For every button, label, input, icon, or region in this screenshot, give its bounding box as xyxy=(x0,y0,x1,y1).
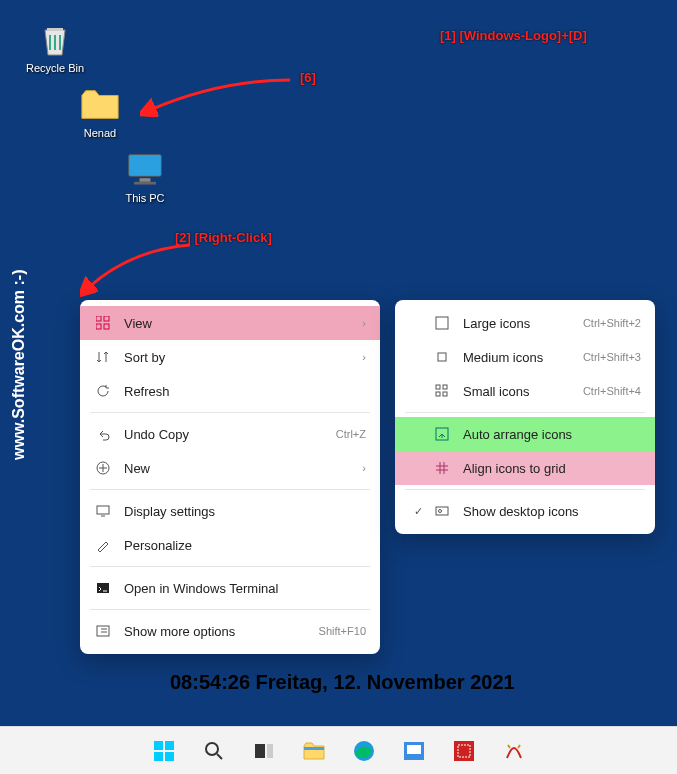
svg-rect-22 xyxy=(154,752,163,761)
ctx-item-personalize[interactable]: Personalize xyxy=(80,528,380,562)
taskbar-explorer-button[interactable] xyxy=(294,731,334,771)
desktop-clock: 08:54:26 Freitag, 12. November 2021 xyxy=(170,671,515,694)
svg-rect-2 xyxy=(134,182,156,185)
svg-rect-21 xyxy=(165,741,174,750)
desktop-icon-label: This PC xyxy=(125,192,164,204)
svg-rect-16 xyxy=(443,392,447,396)
svg-rect-15 xyxy=(436,392,440,396)
ctx-item-sort-by[interactable]: Sort by › xyxy=(80,340,380,374)
ctx-item-auto-arrange[interactable]: Auto arrange icons xyxy=(395,417,655,451)
chevron-right-icon: › xyxy=(362,351,366,363)
ctx-item-label: Large icons xyxy=(463,316,583,331)
svg-rect-4 xyxy=(104,316,109,321)
ctx-item-show-desktop-icons[interactable]: ✓ Show desktop icons xyxy=(395,494,655,528)
svg-rect-6 xyxy=(104,324,109,329)
recycle-bin-icon xyxy=(35,20,75,60)
svg-rect-3 xyxy=(96,316,101,321)
separator xyxy=(90,489,370,490)
sort-icon xyxy=(94,348,112,366)
svg-rect-26 xyxy=(267,744,273,758)
chevron-right-icon: › xyxy=(362,462,366,474)
ctx-item-shortcut: Ctrl+Shift+4 xyxy=(583,385,641,397)
align-grid-icon xyxy=(433,459,451,477)
ctx-item-undo-copy[interactable]: Undo Copy Ctrl+Z xyxy=(80,417,380,451)
ctx-item-shortcut: Shift+F10 xyxy=(319,625,366,637)
separator xyxy=(90,609,370,610)
desktop-icon-label: Recycle Bin xyxy=(26,62,84,74)
taskbar-edge-button[interactable] xyxy=(344,731,384,771)
svg-rect-25 xyxy=(255,744,265,758)
svg-rect-14 xyxy=(443,385,447,389)
desktop-icon-this-pc[interactable]: This PC xyxy=(110,150,180,204)
taskbar-app3-button[interactable] xyxy=(494,731,534,771)
desktop-icon-recycle-bin[interactable]: Recycle Bin xyxy=(20,20,90,74)
taskbar xyxy=(0,726,677,774)
svg-point-24 xyxy=(206,743,218,755)
display-icon xyxy=(94,502,112,520)
svg-rect-11 xyxy=(436,317,448,329)
ctx-item-refresh[interactable]: Refresh xyxy=(80,374,380,408)
ctx-item-display-settings[interactable]: Display settings xyxy=(80,494,380,528)
ctx-item-view[interactable]: View › xyxy=(80,306,380,340)
ctx-item-label: Open in Windows Terminal xyxy=(124,581,366,596)
separator xyxy=(90,412,370,413)
ctx-item-label: Show more options xyxy=(124,624,319,639)
chevron-right-icon: › xyxy=(362,317,366,329)
ctx-item-align-to-grid[interactable]: Align icons to grid xyxy=(395,451,655,485)
ctx-item-label: Undo Copy xyxy=(124,427,336,442)
ctx-item-more-options[interactable]: Show more options Shift+F10 xyxy=(80,614,380,648)
folder-icon xyxy=(80,85,120,125)
ctx-item-new[interactable]: New › xyxy=(80,451,380,485)
watermark-text: www.SoftwareOK.com :-) xyxy=(10,269,28,460)
svg-rect-23 xyxy=(165,752,174,761)
personalize-icon xyxy=(94,536,112,554)
svg-rect-30 xyxy=(407,745,421,754)
context-submenu-view: Large icons Ctrl+Shift+2 Medium icons Ct… xyxy=(395,300,655,534)
ctx-item-label: Sort by xyxy=(124,350,356,365)
taskbar-start-button[interactable] xyxy=(144,731,184,771)
this-pc-icon xyxy=(125,150,165,190)
taskbar-search-button[interactable] xyxy=(194,731,234,771)
arrow-6-icon xyxy=(140,70,300,130)
ctx-item-label: Auto arrange icons xyxy=(463,427,641,442)
svg-rect-27 xyxy=(304,747,324,750)
view-icon xyxy=(94,314,112,332)
large-icons-icon xyxy=(433,314,451,332)
ctx-item-shortcut: Ctrl+Shift+2 xyxy=(583,317,641,329)
new-icon xyxy=(94,459,112,477)
annotation-6: [6] xyxy=(300,70,316,85)
taskbar-taskview-button[interactable] xyxy=(244,731,284,771)
separator xyxy=(405,412,645,413)
svg-rect-20 xyxy=(154,741,163,750)
ctx-item-small-icons[interactable]: Small icons Ctrl+Shift+4 xyxy=(395,374,655,408)
desktop-icon-folder[interactable]: Nenad xyxy=(65,85,135,139)
svg-rect-5 xyxy=(96,324,101,329)
ctx-item-label: Show desktop icons xyxy=(463,504,641,519)
ctx-item-windows-terminal[interactable]: Open in Windows Terminal xyxy=(80,571,380,605)
context-menu: View › Sort by › Refresh Undo Copy Ctrl+… xyxy=(80,300,380,654)
taskbar-app1-button[interactable] xyxy=(394,731,434,771)
ctx-item-label: Refresh xyxy=(124,384,366,399)
svg-rect-10 xyxy=(97,626,109,636)
ctx-item-label: Medium icons xyxy=(463,350,583,365)
svg-rect-0 xyxy=(129,155,162,177)
ctx-item-large-icons[interactable]: Large icons Ctrl+Shift+2 xyxy=(395,306,655,340)
medium-icons-icon xyxy=(433,348,451,366)
ctx-item-label: Display settings xyxy=(124,504,366,519)
auto-arrange-icon xyxy=(433,425,451,443)
ctx-item-medium-icons[interactable]: Medium icons Ctrl+Shift+3 xyxy=(395,340,655,374)
svg-rect-8 xyxy=(97,506,109,514)
small-icons-icon xyxy=(433,382,451,400)
separator xyxy=(405,489,645,490)
annotation-1: [1] [Windows-Logo]+[D] xyxy=(440,28,587,43)
ctx-item-label: New xyxy=(124,461,356,476)
svg-rect-13 xyxy=(436,385,440,389)
arrow-2-icon xyxy=(80,240,200,300)
svg-rect-31 xyxy=(454,741,474,761)
ctx-item-label: Personalize xyxy=(124,538,366,553)
taskbar-app2-button[interactable] xyxy=(444,731,484,771)
refresh-icon xyxy=(94,382,112,400)
more-options-icon xyxy=(94,622,112,640)
ctx-item-label: View xyxy=(124,316,356,331)
checkmark-icon: ✓ xyxy=(409,505,427,518)
